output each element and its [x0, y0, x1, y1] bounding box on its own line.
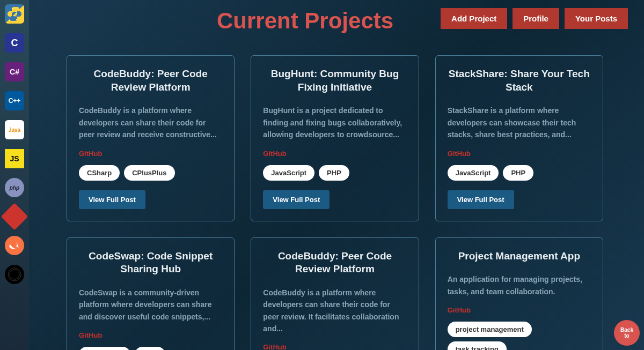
- tag-pill[interactable]: PHP: [319, 165, 349, 181]
- card-description: CodeSwap is a community-driven platform …: [79, 287, 222, 323]
- tag-container: CSharpCPlusPlus: [79, 165, 222, 181]
- header: Current Projects Add Project Profile You…: [67, 8, 628, 34]
- swift-icon[interactable]: [5, 236, 24, 255]
- project-card: CodeSwap: Code Snippet Sharing Hub CodeS…: [67, 237, 235, 350]
- tag-pill[interactable]: JavaScript: [263, 165, 314, 181]
- project-card: Project Management App An application fo…: [435, 237, 603, 350]
- java-icon[interactable]: Java: [5, 120, 24, 139]
- tag-pill[interactable]: JavaScript: [79, 347, 130, 350]
- language-sidebar: C C# C++ Java JS php: [0, 0, 29, 350]
- page-title: Current Projects: [217, 8, 393, 34]
- card-description: CodeBuddy is a platform where developers…: [263, 287, 406, 335]
- python-icon[interactable]: [5, 4, 24, 24]
- github-link[interactable]: GitHub: [448, 306, 591, 314]
- github-link[interactable]: GitHub: [79, 150, 222, 158]
- project-card: BugHunt: Community Bug Fixing Initiative…: [251, 55, 419, 221]
- github-link[interactable]: GitHub: [263, 343, 406, 350]
- card-title: CodeSwap: Code Snippet Sharing Hub: [79, 250, 222, 276]
- card-title: BugHunt: Community Bug Fixing Initiative: [263, 68, 406, 94]
- javascript-icon[interactable]: JS: [5, 149, 24, 168]
- tag-container: project managementtask tracking: [448, 322, 591, 350]
- csharp-icon[interactable]: C#: [5, 62, 24, 81]
- c-icon[interactable]: C: [5, 33, 24, 53]
- add-project-button[interactable]: Add Project: [441, 8, 507, 29]
- view-full-post-button[interactable]: View Full Post: [263, 190, 330, 209]
- card-description: BugHunt is a project dedicated to findin…: [263, 105, 406, 140]
- svg-point-1: [16, 19, 17, 20]
- svg-point-2: [8, 268, 21, 281]
- fab-label-1: Back: [620, 327, 633, 333]
- project-grid: CodeBuddy: Peer Code Review Platform Cod…: [67, 55, 603, 350]
- back-to-top-button[interactable]: Back to: [614, 320, 640, 346]
- cpp-icon[interactable]: C++: [5, 91, 24, 110]
- rust-icon[interactable]: [5, 265, 24, 284]
- main-content: Current Projects Add Project Profile You…: [29, 0, 644, 350]
- project-card: CodeBuddy: Peer Code Review Platform Cod…: [67, 55, 235, 221]
- tag-pill[interactable]: CPlusPlus: [124, 165, 174, 181]
- your-posts-button[interactable]: Your Posts: [565, 8, 628, 29]
- card-title: CodeBuddy: Peer Code Review Platform: [79, 68, 222, 94]
- github-link[interactable]: GitHub: [79, 331, 222, 339]
- svg-point-0: [12, 8, 13, 9]
- php-icon[interactable]: php: [5, 178, 24, 197]
- card-title: Project Management App: [448, 250, 591, 263]
- project-card: CodeBuddy: Peer Code Review Platform Cod…: [251, 237, 419, 350]
- tag-pill[interactable]: CSharp: [79, 165, 120, 181]
- nav-buttons: Add Project Profile Your Posts: [441, 8, 628, 29]
- project-card: StackShare: Share Your Tech Stack StackS…: [435, 55, 603, 221]
- card-title: StackShare: Share Your Tech Stack: [448, 68, 591, 94]
- tag-container: JavaScriptPHP: [263, 165, 406, 181]
- tag-pill[interactable]: project management: [448, 322, 532, 337]
- fab-label-2: to: [624, 333, 629, 339]
- github-link[interactable]: GitHub: [263, 150, 406, 158]
- tag-pill[interactable]: JavaScript: [448, 165, 499, 181]
- tag-pill[interactable]: task tracking: [448, 341, 507, 350]
- ruby-icon[interactable]: [1, 203, 28, 230]
- github-link[interactable]: GitHub: [448, 150, 591, 158]
- card-description: StackShare is a platform where developer…: [448, 105, 591, 140]
- card-description: CodeBuddy is a platform where developers…: [79, 105, 222, 140]
- card-title: CodeBuddy: Peer Code Review Platform: [263, 250, 406, 276]
- tag-pill[interactable]: PHP: [135, 347, 165, 350]
- profile-button[interactable]: Profile: [513, 8, 559, 29]
- tag-pill[interactable]: PHP: [503, 165, 533, 181]
- tag-container: JavaScriptPHP: [79, 347, 222, 350]
- tag-container: JavaScriptPHP: [448, 165, 591, 181]
- view-full-post-button[interactable]: View Full Post: [79, 190, 145, 209]
- view-full-post-button[interactable]: View Full Post: [448, 190, 514, 209]
- card-description: An application for managing projects, ta…: [448, 273, 591, 297]
